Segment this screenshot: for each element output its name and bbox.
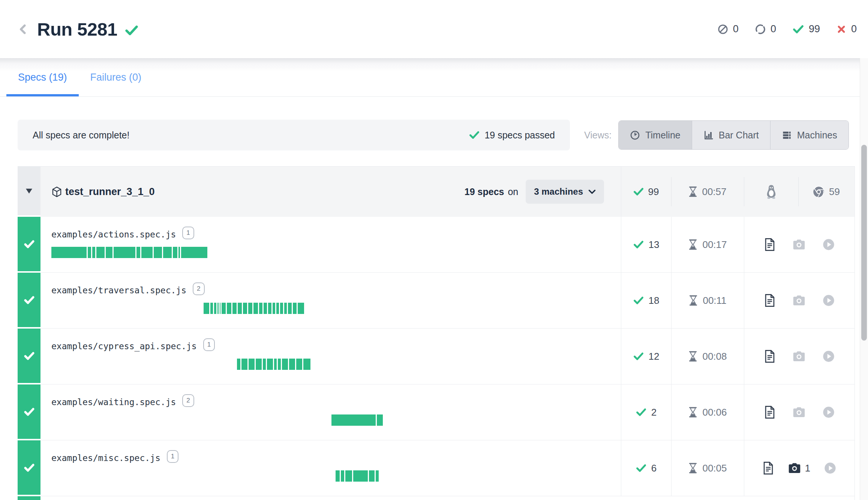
spec-file-name[interactable]: examples/cypress_api.spec.js: [51, 338, 197, 354]
chevron-down-icon: [588, 189, 596, 194]
spec-row[interactable]: examples/misc.spec.js 1 6 00:05 1: [18, 440, 855, 496]
tab-specs[interactable]: Specs (19): [6, 58, 79, 96]
stdout-button[interactable]: [763, 461, 774, 475]
document-icon: [764, 350, 775, 363]
spec-file-name[interactable]: examples/actions.spec.js: [51, 227, 176, 242]
group-collapse-button[interactable]: [18, 167, 40, 217]
spec-artifacts-cell: [744, 217, 855, 273]
check-icon: [793, 24, 804, 34]
group-title: test_runner_3_1_0: [52, 186, 155, 198]
spec-status-gutter: [18, 329, 40, 384]
screenshots-button[interactable]: [792, 295, 806, 306]
view-button-machines[interactable]: Machines: [770, 121, 849, 149]
group-duration-cell: 00:57: [671, 167, 744, 217]
video-play-button[interactable]: [824, 462, 836, 474]
spec-file-name[interactable]: examples/waiting.spec.js: [51, 394, 176, 410]
spec-artifacts-cell: [744, 329, 855, 384]
spec-status-gutter: [18, 496, 40, 500]
video-play-button[interactable]: [823, 294, 835, 306]
screenshots-button[interactable]: 1: [788, 462, 810, 474]
linux-penguin-icon: [765, 184, 778, 199]
tab-failures[interactable]: Failures (0): [79, 58, 153, 96]
tab-bar: Specs (19) Failures (0): [0, 58, 868, 97]
play-icon: [823, 350, 835, 362]
clock-icon: [630, 130, 640, 140]
completion-banner: All specs are complete! 19 specs passed: [18, 120, 570, 150]
spec-content: examples/cypress_api.spec.js 1: [40, 329, 621, 384]
stdout-button[interactable]: [764, 405, 775, 419]
x-icon: [837, 24, 846, 34]
play-icon: [823, 406, 835, 418]
screenshots-button[interactable]: [792, 239, 806, 250]
run-header: Run 5281 0 0 99 0: [0, 0, 868, 58]
hourglass-icon: [688, 351, 697, 362]
banner-passed-label: 19 specs passed: [484, 130, 555, 141]
spec-row[interactable]: examples/cypress_api.spec.js 1 12 00:08: [18, 329, 855, 384]
spec-duration: 00:05: [702, 462, 727, 474]
spec-duration: 00:17: [702, 239, 727, 251]
spec-duration: 00:11: [703, 295, 726, 306]
screenshot-count: 1: [805, 462, 810, 474]
screenshots-button[interactable]: [792, 351, 806, 362]
spec-status-gutter: [18, 217, 40, 273]
view-button-label: Bar Chart: [719, 130, 759, 141]
spec-passed-count: 13: [649, 239, 660, 251]
check-icon: [24, 351, 34, 360]
spec-duration: 00:08: [702, 351, 727, 362]
timeline-track: [51, 470, 621, 482]
screenshots-button[interactable]: [792, 407, 806, 418]
spec-row[interactable]: examples/waiting.spec.js 2 2 00:06: [18, 384, 855, 440]
stdout-button[interactable]: [764, 350, 775, 363]
browser-version: 59: [829, 186, 840, 198]
spec-status-gutter: [18, 440, 40, 496]
document-icon: [764, 294, 775, 307]
spec-passed-cell: 2: [621, 384, 671, 440]
page-title: Run 5281: [37, 19, 117, 40]
spec-timeline: [237, 359, 310, 370]
check-icon: [24, 240, 34, 249]
machines-dropdown[interactable]: 3 machines: [526, 180, 604, 204]
spec-duration-cell: 00:08: [671, 329, 744, 384]
spec-row[interactable]: examples/actions.spec.js 1 13 00:17: [18, 217, 855, 273]
stdout-button[interactable]: [764, 294, 775, 307]
spec-content: examples/actions.spec.js 1: [40, 217, 621, 273]
failed-stat: 0: [837, 23, 857, 35]
group-name: test_runner_3_1_0: [65, 186, 155, 198]
spec-passed-cell: 12: [621, 329, 671, 384]
scrollbar-thumb[interactable]: [861, 145, 867, 341]
spec-passed-cell: 18: [621, 273, 671, 329]
timeline-track: [51, 303, 621, 314]
spec-status-gutter: [18, 384, 40, 440]
spec-content: examples/waiting.spec.js 2: [40, 384, 621, 440]
caret-down-icon: [26, 189, 32, 194]
stdout-button[interactable]: [764, 238, 775, 251]
pending-count: 0: [771, 23, 776, 35]
group-duration: 00:57: [702, 186, 726, 198]
spec-row[interactable]: examples/traversal.spec.js 2 18 00:11: [18, 273, 855, 329]
video-play-button[interactable]: [823, 406, 835, 418]
check-icon: [24, 296, 34, 305]
run-passed-check-icon: [125, 25, 138, 36]
spec-passed-cell: 13: [621, 217, 671, 273]
view-button-timeline[interactable]: Timeline: [619, 121, 692, 149]
group-passed-cell: 99: [621, 167, 671, 217]
view-button-bar-chart[interactable]: Bar Chart: [692, 121, 770, 149]
video-play-button[interactable]: [823, 350, 835, 362]
spec-passed-count: 6: [651, 462, 657, 474]
check-icon: [636, 408, 646, 417]
spec-file-name[interactable]: examples/misc.spec.js: [51, 450, 160, 466]
camera-icon: [792, 295, 806, 306]
back-button[interactable]: [18, 22, 29, 36]
scrollbar-track[interactable]: [860, 44, 868, 500]
spec-duration-cell: 00:17: [671, 217, 744, 273]
check-icon: [636, 464, 646, 473]
video-play-button[interactable]: [823, 239, 835, 251]
spec-artifacts-cell: [744, 384, 855, 440]
spec-passed-count: 12: [649, 351, 660, 362]
document-icon: [764, 238, 775, 251]
timeline-track: [51, 359, 621, 370]
camera-icon: [792, 407, 806, 418]
spec-duration-cell: 00:11: [671, 273, 744, 329]
spec-file-name[interactable]: examples/traversal.spec.js: [51, 282, 186, 298]
specs-table: test_runner_3_1_0 19 specs on 3 machines: [18, 166, 855, 500]
